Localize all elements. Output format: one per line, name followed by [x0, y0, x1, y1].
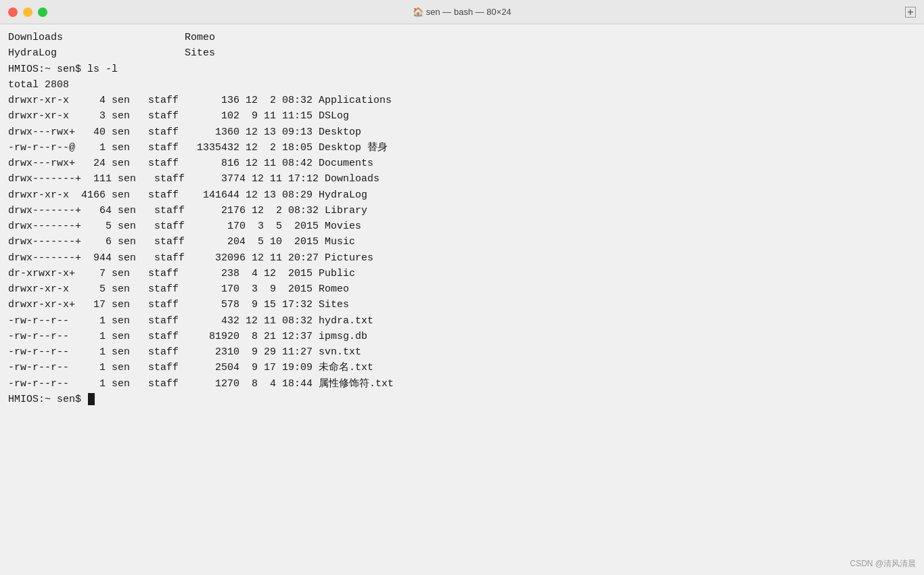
terminal-line: drwx---rwx+ 24 sen staff 816 12 11 08:42…: [8, 156, 916, 171]
terminal-line: drwxr-xr-x 3 sen staff 102 9 11 11:15 DS…: [8, 108, 916, 124]
terminal-line: HydraLog Sites: [8, 45, 916, 61]
close-button[interactable]: [8, 7, 18, 17]
terminal-line: drwx-------+ 64 sen staff 2176 12 2 08:3…: [8, 203, 916, 218]
expand-icon[interactable]: [905, 7, 916, 18]
terminal-line: drwx-------+ 6 sen staff 204 5 10 2015 M…: [8, 234, 916, 250]
terminal-line: -rw-r--r-- 1 sen staff 2504 9 17 19:09 未…: [8, 360, 916, 375]
maximize-button[interactable]: [38, 7, 47, 17]
terminal-line: -rw-r--r-- 1 sen staff 432 12 11 08:32 h…: [8, 313, 916, 329]
terminal-line: drwx-------+ 944 sen staff 32096 12 11 2…: [8, 250, 916, 266]
window-controls: [8, 7, 47, 17]
terminal-line: drwxr-xr-x 4 sen staff 136 12 2 08:32 Ap…: [8, 93, 916, 108]
terminal-line: -rw-r--r-- 1 sen staff 81920 8 21 12:37 …: [8, 329, 916, 344]
titlebar: 🏠 sen — bash — 80×24: [0, 0, 924, 24]
svg-rect-1: [910, 9, 911, 15]
terminal-line: drwx-------+ 5 sen staff 170 3 5 2015 Mo…: [8, 218, 916, 234]
terminal-line: -rw-r--r-- 1 sen staff 2310 9 29 11:27 s…: [8, 344, 916, 360]
terminal-line: drwxr-xr-x 4166 sen staff 141644 12 13 0…: [8, 187, 916, 203]
terminal-line: -rw-r--r-- 1 sen staff 1270 8 4 18:44 属性…: [8, 376, 916, 392]
terminal-prompt: HMIOS:~ sen$: [8, 392, 916, 407]
terminal-body[interactable]: Downloads RomeoHydraLog SitesHMIOS:~ sen…: [0, 24, 924, 575]
watermark: CSDN @清风清晨: [850, 558, 916, 570]
terminal-line: total 2808: [8, 77, 916, 93]
terminal-line: drwx-------+ 111 sen staff 3774 12 11 17…: [8, 171, 916, 187]
minimize-button[interactable]: [23, 7, 32, 17]
terminal-line: -rw-r--r--@ 1 sen staff 1335432 12 2 18:…: [8, 140, 916, 156]
window-title: 🏠 sen — bash — 80×24: [413, 7, 511, 17]
terminal-line: drwxr-xr-x 5 sen staff 170 3 9 2015 Rome…: [8, 281, 916, 297]
terminal-line: HMIOS:~ sen$ ls -l: [8, 62, 916, 77]
terminal-line: Downloads Romeo: [8, 30, 916, 45]
terminal-window: 🏠 sen — bash — 80×24 Downloads RomeoHydr…: [0, 0, 924, 575]
terminal-line: drwx---rwx+ 40 sen staff 1360 12 13 09:1…: [8, 124, 916, 140]
terminal-line: dr-xrwxr-x+ 7 sen staff 238 4 12 2015 Pu…: [8, 266, 916, 281]
terminal-cursor: [88, 393, 95, 405]
terminal-line: drwxr-xr-x+ 17 sen staff 578 9 15 17:32 …: [8, 297, 916, 313]
